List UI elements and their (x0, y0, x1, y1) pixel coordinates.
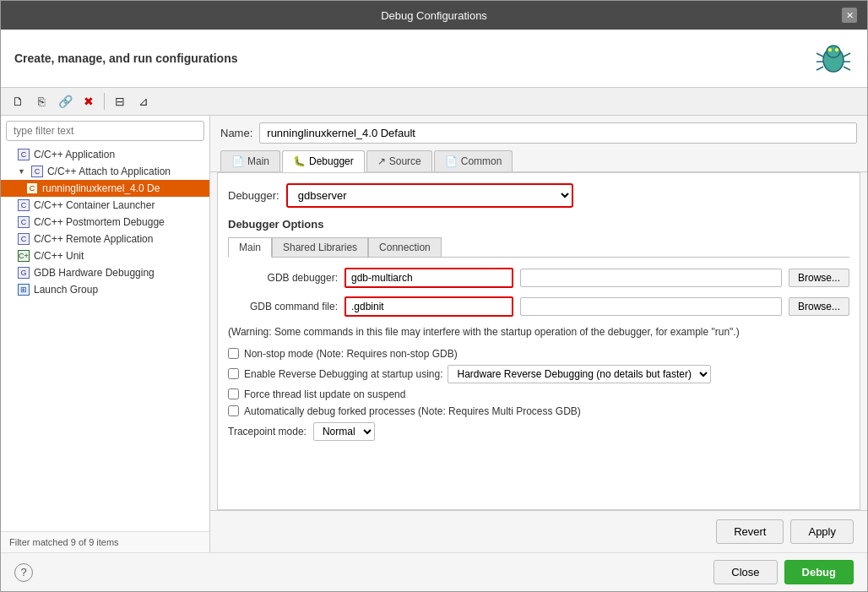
toolbar-separator (104, 93, 105, 110)
unit-icon: C+ (18, 250, 30, 262)
gdb-command-file-browse-button[interactable]: Browse... (789, 297, 849, 316)
inner-tabs: Main Shared Libraries Connection (228, 237, 849, 258)
apply-button[interactable]: Apply (790, 519, 854, 544)
tree-item-container[interactable]: C C/C++ Container Launcher (1, 197, 209, 214)
gdb-hardware-icon: G (18, 267, 30, 279)
gdb-command-file-input[interactable] (344, 296, 513, 317)
postmortem-icon: C (18, 216, 30, 228)
tab-debugger[interactable]: 🐛 Debugger (282, 150, 365, 172)
link-button[interactable]: 🔗 (55, 91, 75, 111)
duplicate-button[interactable]: ⎘ (31, 91, 52, 111)
gdb-debugger-input[interactable] (344, 268, 513, 288)
svg-line-7 (844, 53, 850, 57)
header-bar: Create, manage, and run configurations (1, 30, 867, 88)
tracepoint-row: Tracepoint mode: Normal Fast Static (228, 422, 849, 441)
common-tab-icon: 📄 (445, 155, 458, 167)
launch-group-label: Launch Group (34, 284, 98, 296)
launch-group-icon: ⊞ (18, 284, 30, 296)
auto-fork-checkbox[interactable] (228, 405, 239, 416)
tab-source[interactable]: ↗ Source (366, 150, 432, 171)
tab-common[interactable]: 📄 Common (434, 150, 513, 171)
revert-button[interactable]: Revert (716, 519, 784, 544)
tree-item-postmortem[interactable]: C C/C++ Postmortem Debugge (1, 214, 209, 231)
warning-text: (Warning: Some commands in this file may… (228, 325, 849, 339)
main-tab-icon: 📄 (231, 155, 244, 167)
inner-tab-connection[interactable]: Connection (368, 237, 442, 257)
filter-status: Filter matched 9 of 9 items (1, 531, 209, 552)
bottom-buttons: Revert Apply (210, 510, 867, 552)
close-button[interactable]: Close (713, 560, 777, 584)
debug-button[interactable]: Debug (784, 560, 854, 584)
svg-line-9 (844, 67, 850, 70)
tree-item-cpp-attach[interactable]: ▼ C C/C++ Attach to Application (1, 163, 209, 180)
collapse-button[interactable]: ⊟ (110, 91, 130, 111)
delete-button[interactable]: ✖ (79, 91, 99, 111)
gdb-debugger-browse-button[interactable]: Browse... (789, 269, 849, 287)
title-bar: Debug Configurations ✕ (1, 1, 867, 30)
svg-point-1 (827, 46, 840, 57)
help-button[interactable]: ? (14, 563, 33, 582)
name-row: Name: (210, 116, 867, 150)
tracepoint-select[interactable]: Normal Fast Static (313, 422, 375, 441)
tab-main[interactable]: 📄 Main (220, 150, 280, 171)
nonstop-label: Non-stop mode (Note: Requires non-stop G… (244, 348, 458, 360)
force-thread-row: Force thread list update on suspend (228, 388, 849, 400)
tree-item-gdb-hardware[interactable]: G GDB Hardware Debugging (1, 264, 209, 281)
tracepoint-label: Tracepoint mode: (228, 426, 307, 437)
filter-input[interactable] (6, 121, 204, 141)
nonstop-row: Non-stop mode (Note: Requires non-stop G… (228, 348, 849, 360)
gdb-command-file-label: GDB command file: (228, 301, 338, 312)
config-name-input[interactable] (259, 122, 857, 144)
filter-button[interactable]: ⊿ (133, 91, 154, 111)
reverse-debug-select[interactable]: Hardware Reverse Debugging (no details b… (448, 365, 711, 383)
close-window-button[interactable]: ✕ (842, 8, 857, 23)
main-content: Debugger: gdbserver gdb lldb Debugger Op… (217, 172, 860, 510)
running-kernel-label: runninglinuxkernel_4.0 De (42, 182, 160, 194)
debugger-options-heading: Debugger Options (228, 218, 849, 231)
tree-item-remote[interactable]: C C/C++ Remote Application (1, 231, 209, 247)
expand-arrow-attach: ▼ (18, 167, 25, 176)
svg-point-2 (828, 48, 832, 52)
debugger-tab-icon: 🐛 (293, 155, 306, 167)
container-icon: C (18, 199, 30, 211)
svg-line-6 (816, 67, 823, 70)
gdb-debugger-row: GDB debugger: Browse... (228, 268, 849, 288)
new-config-button[interactable]: 🗋 (8, 91, 28, 111)
unit-label: C/C++ Unit (34, 250, 84, 262)
reverse-debug-label: Enable Reverse Debugging at startup usin… (244, 368, 442, 380)
remote-label: C/C++ Remote Application (34, 233, 153, 245)
debugger-row: Debugger: gdbserver gdb lldb (228, 183, 849, 208)
tree-item-cpp-app[interactable]: C C/C++ Application (1, 146, 209, 163)
reverse-debug-checkbox[interactable] (228, 368, 239, 379)
name-label: Name: (220, 127, 252, 139)
toolbar: 🗋 ⎘ 🔗 ✖ ⊟ ⊿ (1, 88, 867, 116)
auto-fork-label: Automatically debug forked processes (No… (244, 405, 581, 417)
remote-icon: C (18, 233, 30, 245)
cpp-attach-label: C/C++ Attach to Application (47, 166, 171, 177)
container-label: C/C++ Container Launcher (34, 199, 155, 211)
running-kernel-icon: C (26, 182, 38, 194)
tabs-row: 📄 Main 🐛 Debugger ↗ Source 📄 Common (210, 150, 867, 172)
force-thread-checkbox[interactable] (228, 388, 239, 399)
gdb-command-file-extra-input[interactable] (520, 297, 782, 316)
debugger-tab-label: Debugger (309, 155, 354, 167)
nonstop-checkbox[interactable] (228, 348, 239, 359)
main-tab-label: Main (247, 155, 269, 167)
footer-buttons: Close Debug (713, 560, 854, 584)
gdb-debugger-label: GDB debugger: (228, 272, 338, 284)
content-area: C C/C++ Application ▼ C C/C++ Attach to … (1, 116, 867, 552)
tree-item-unit[interactable]: C+ C/C++ Unit (1, 247, 209, 264)
gdb-debugger-extra-input[interactable] (520, 269, 782, 287)
reverse-debug-row: Enable Reverse Debugging at startup usin… (228, 365, 849, 383)
tree-item-launch-group[interactable]: ⊞ Launch Group (1, 281, 209, 298)
svg-line-4 (816, 53, 823, 57)
common-tab-label: Common (461, 155, 502, 167)
dialog-title: Debug Configurations (26, 9, 842, 22)
cpp-app-icon: C (18, 149, 30, 160)
inner-tab-main[interactable]: Main (228, 237, 272, 258)
cpp-attach-icon: C (31, 166, 43, 177)
debugger-select[interactable]: gdbserver gdb lldb (286, 183, 573, 208)
header-subtitle: Create, manage, and run configurations (14, 52, 238, 65)
tree-item-running-kernel[interactable]: C runninglinuxkernel_4.0 De (1, 180, 209, 197)
inner-tab-shared-libs[interactable]: Shared Libraries (272, 237, 368, 257)
